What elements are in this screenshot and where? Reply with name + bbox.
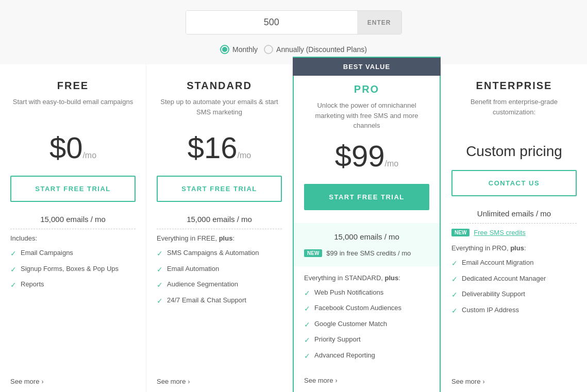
plan-free-name: FREE (10, 80, 136, 92)
plan-free: FREE Start with easy-to-build email camp… (0, 64, 146, 392)
plan-enterprise-sms-row: NEW Free SMS credits (451, 229, 577, 236)
monthly-radio[interactable] (220, 45, 229, 54)
plan-standard-price: $16/mo (157, 133, 282, 163)
list-item: ✓Facebook Custom Audiences (304, 303, 429, 314)
plan-pro-price: $99/mo (304, 141, 429, 171)
plan-standard-see-more[interactable]: See more › (157, 378, 282, 385)
check-icon: ✓ (10, 265, 16, 275)
monthly-option[interactable]: Monthly (220, 45, 258, 54)
list-item: ✓Web Push Notifications (304, 288, 429, 299)
plan-free-see-more[interactable]: See more › (10, 378, 136, 385)
check-icon: ✓ (304, 320, 310, 330)
plan-standard-name: STANDARD (157, 80, 282, 92)
plan-standard: STANDARD Step up to automate your emails… (146, 64, 292, 392)
check-icon: ✓ (304, 335, 310, 346)
plan-pro-name: PRO (304, 83, 429, 95)
plan-free-period: /mo (82, 151, 96, 160)
list-item: ✓Google Customer Match (304, 319, 429, 330)
check-icon: ✓ (451, 259, 458, 269)
plan-free-features: ✓Email Campaigns ✓Signup Forms, Boxes & … (10, 248, 136, 296)
check-icon: ✓ (451, 306, 458, 316)
enter-button[interactable]: ENTER (357, 11, 401, 34)
contacts-input-container: ENTER (186, 10, 402, 35)
check-icon: ✓ (157, 265, 163, 275)
plan-enterprise: ENTERPRISE Benefit from enterprise-grade… (441, 64, 587, 392)
plan-free-amount: $0 (49, 131, 83, 164)
list-item: ✓Signup Forms, Boxes & Pop Ups (10, 264, 136, 275)
plan-free-includes: Includes: (10, 234, 136, 242)
plan-standard-features: ✓SMS Campaigns & Automation ✓Email Autom… (157, 248, 282, 311)
plan-enterprise-cta[interactable]: CONTACT US (451, 170, 577, 196)
plan-free-cta[interactable]: START FREE TRIAL (10, 176, 136, 202)
check-icon: ✓ (304, 351, 310, 362)
check-icon: ✓ (157, 280, 163, 291)
new-badge: NEW (304, 249, 322, 257)
list-item: ✓Priority Support (304, 335, 429, 346)
annually-radio[interactable] (264, 45, 273, 54)
list-item: ✓Audience Segmentation (157, 280, 282, 291)
plan-pro-emails-section: 15,000 emails / mo NEW $99 in free SMS c… (294, 223, 440, 266)
plan-free-emails: 15,000 emails / mo (10, 215, 136, 229)
plan-pro-sms-row: NEW $99 in free SMS credits / mo (304, 249, 429, 257)
plan-free-description: Start with easy-to-build email campaigns (10, 97, 136, 123)
best-value-banner: BEST VALUE (293, 58, 441, 76)
list-item: ✓Deliverability Support (451, 289, 577, 300)
check-icon: ✓ (157, 249, 163, 259)
chevron-right-icon: › (188, 378, 190, 385)
plan-pro-features: ✓Web Push Notifications ✓Facebook Custom… (304, 288, 429, 367)
plan-enterprise-name: ENTERPRISE (451, 80, 577, 92)
plan-pro-description: Unlock the power of omnichannel marketin… (304, 100, 429, 131)
check-icon: ✓ (10, 249, 16, 259)
plan-standard-emails: 15,000 emails / mo (157, 215, 282, 229)
plan-free-price: $0/mo (10, 133, 136, 163)
plan-pro: BEST VALUE PRO Unlock the power of omnic… (293, 57, 441, 392)
plan-pro-period: /mo (385, 159, 399, 168)
top-section: ENTER Monthly Annually (Discounted Plans… (0, 0, 587, 64)
plan-standard-cta[interactable]: START FREE TRIAL (157, 176, 282, 202)
plan-enterprise-everything: Everything in PRO, plus: (451, 244, 577, 252)
plan-pro-see-more[interactable]: See more › (304, 377, 429, 384)
plan-enterprise-sms-text: Free SMS credits (474, 229, 525, 236)
plan-standard-period: /mo (238, 151, 251, 160)
plan-enterprise-emails-section: Unlimited emails / mo NEW Free SMS credi… (451, 209, 577, 236)
list-item: ✓Email Campaigns (10, 248, 136, 259)
plan-pro-sms-text: $99 in free SMS credits / mo (326, 249, 411, 257)
plan-pro-emails: 15,000 emails / mo (304, 232, 429, 244)
check-icon: ✓ (10, 280, 16, 291)
list-item: ✓Advanced Reporting (304, 351, 429, 362)
plan-pro-cta[interactable]: START FREE TRIAL (304, 184, 429, 210)
plan-pro-amount: $99 (335, 139, 385, 173)
plan-standard-amount: $16 (188, 131, 238, 164)
plan-standard-everything: Everything in FREE, plus: (157, 234, 282, 242)
list-item: ✓Email Account Migration (451, 258, 577, 269)
check-icon: ✓ (157, 296, 163, 306)
plan-standard-description: Step up to automate your emails & start … (157, 97, 282, 123)
plan-enterprise-see-more[interactable]: See more › (451, 378, 577, 385)
check-icon: ✓ (451, 290, 458, 300)
check-icon: ✓ (304, 288, 310, 299)
new-badge: NEW (451, 229, 469, 236)
list-item: ✓SMS Campaigns & Automation (157, 248, 282, 259)
contacts-input[interactable] (186, 11, 357, 34)
chevron-right-icon: › (482, 378, 484, 385)
check-icon: ✓ (304, 304, 310, 314)
list-item: ✓Email Automation (157, 264, 282, 275)
check-icon: ✓ (451, 275, 458, 285)
list-item: ✓Reports (10, 280, 136, 291)
plan-enterprise-features: ✓Email Account Migration ✓Dedicated Acco… (451, 258, 577, 321)
list-item: ✓Dedicated Account Manager (451, 274, 577, 285)
annually-option[interactable]: Annually (Discounted Plans) (264, 45, 367, 54)
plan-enterprise-custom-pricing: Custom pricing (451, 133, 577, 170)
plan-enterprise-emails: Unlimited emails / mo (451, 209, 577, 224)
billing-toggle: Monthly Annually (Discounted Plans) (220, 45, 367, 54)
list-item: ✓24/7 Email & Chat Support (157, 296, 282, 306)
monthly-label: Monthly (232, 45, 258, 54)
chevron-right-icon: › (335, 377, 337, 384)
plan-enterprise-description: Benefit from enterprise-grade customizat… (451, 97, 577, 123)
annually-label: Annually (Discounted Plans) (276, 45, 367, 54)
list-item: ✓Custom IP Address (451, 305, 577, 316)
chevron-right-icon: › (41, 378, 43, 385)
plan-pro-everything: Everything in STANDARD, plus: (304, 274, 429, 282)
plans-container: FREE Start with easy-to-build email camp… (0, 64, 587, 392)
